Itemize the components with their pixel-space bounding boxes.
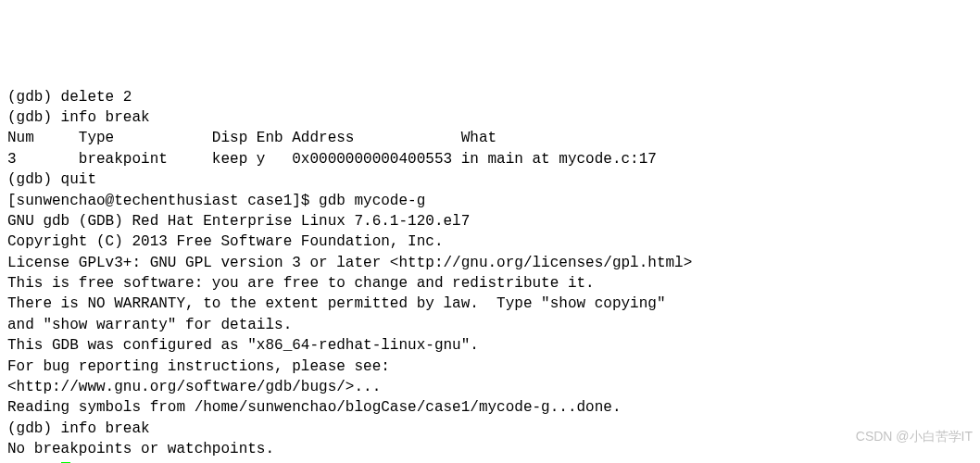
terminal-line: (gdb) info break <box>7 419 973 439</box>
terminal-line: Num Type Disp Enb Address What <box>7 128 973 148</box>
terminal-line: Reading symbols from /home/sunwenchao/bl… <box>7 397 973 418</box>
terminal-line: This is free software: you are free to c… <box>7 273 973 294</box>
terminal-line: 3 breakpoint keep y 0x0000000000400553 i… <box>7 149 973 169</box>
terminal-line: GNU gdb (GDB) Red Hat Enterprise Linux 7… <box>7 211 973 232</box>
terminal-line: License GPLv3+: GNU GPL version 3 or lat… <box>7 253 973 273</box>
terminal-line: Copyright (C) 2013 Free Software Foundat… <box>7 232 973 252</box>
terminal-prompt-line[interactable]: (gdb) <box>7 460 973 463</box>
terminal-line: (gdb) info break <box>7 107 973 128</box>
terminal-line: (gdb) quit <box>7 169 973 190</box>
terminal-line: and "show warranty" for details. <box>7 315 973 335</box>
terminal-output[interactable]: (gdb) delete 2(gdb) info breakNum Type D… <box>7 87 973 463</box>
terminal-line: There is NO WARRANTY, to the extent perm… <box>7 294 973 314</box>
terminal-line: [sunwenchao@techenthusiast case1]$ gdb m… <box>7 191 973 211</box>
terminal-line: For bug reporting instructions, please s… <box>7 357 973 377</box>
terminal-line: This GDB was configured as "x86_64-redha… <box>7 335 973 356</box>
terminal-line: <http://www.gnu.org/software/gdb/bugs/>.… <box>7 377 973 397</box>
terminal-line: (gdb) delete 2 <box>7 87 973 107</box>
terminal-line: No breakpoints or watchpoints. <box>7 439 973 459</box>
